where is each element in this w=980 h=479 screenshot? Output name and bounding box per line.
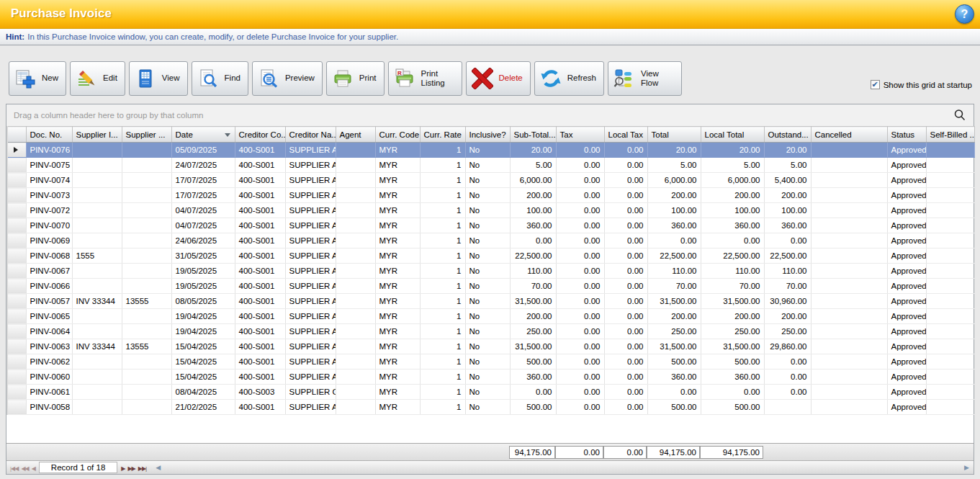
- grid-cell-local-tax[interactable]: 0.00: [604, 188, 647, 203]
- row-selector-header[interactable]: [7, 127, 26, 143]
- grid-cell-sub-total[interactable]: 70.00: [510, 279, 556, 294]
- grid-cell-agent[interactable]: [336, 188, 375, 203]
- grid-cell-tax[interactable]: 0.00: [556, 279, 604, 294]
- toolbar-button-new[interactable]: New: [9, 61, 66, 96]
- grid-cell-supplier[interactable]: [122, 158, 171, 173]
- grid-cell-creditor-name[interactable]: SUPPLIER C: [285, 385, 336, 400]
- grid-cell-status[interactable]: Approved: [887, 249, 926, 264]
- grid-cell-total[interactable]: 31,500.00: [647, 294, 701, 309]
- grid-cell-sub-total[interactable]: 20.00: [510, 143, 556, 158]
- grid-cell-self-billed[interactable]: [926, 385, 974, 400]
- grid-cell-self-billed[interactable]: [926, 309, 974, 324]
- grid-cell-outstanding[interactable]: 0.00: [764, 233, 811, 249]
- grid-cell-supplier-inv[interactable]: [72, 279, 122, 294]
- grid-cell-outstanding[interactable]: 360.00: [764, 218, 811, 233]
- grid-cell-doc-no[interactable]: PINV-0073: [26, 188, 72, 203]
- grid-cell-total[interactable]: 200.00: [647, 309, 701, 324]
- grid-cell-local-total[interactable]: 200.00: [701, 309, 764, 324]
- grid-cell-supplier[interactable]: [122, 324, 171, 339]
- row-selector-cell[interactable]: [7, 279, 26, 294]
- grid-cell-date[interactable]: 17/07/2025: [171, 173, 235, 188]
- grid-cell-supplier[interactable]: 13555: [122, 294, 171, 309]
- grid-cell-inclusive[interactable]: No: [465, 173, 510, 188]
- grid-cell-sub-total[interactable]: 200.00: [510, 309, 556, 324]
- grid-cell-doc-no[interactable]: PINV-0070: [26, 218, 72, 233]
- grid-cell-supplier[interactable]: [122, 143, 171, 158]
- grid-cell-supplier[interactable]: [122, 370, 171, 385]
- grid-cell-status[interactable]: Approved: [887, 264, 926, 279]
- grid-cell-local-tax[interactable]: 0.00: [604, 203, 647, 218]
- grid-cell-status[interactable]: Approved: [887, 158, 926, 173]
- grid-cell-curr-code[interactable]: MYR: [375, 158, 420, 173]
- grid-cell-curr-rate[interactable]: 1: [420, 279, 465, 294]
- grid-cell-curr-rate[interactable]: 1: [420, 143, 465, 158]
- grid-cell-date[interactable]: 15/04/2025: [171, 339, 235, 354]
- toolbar-button-view-flow[interactable]: View Flow: [608, 61, 682, 96]
- grid-cell-local-total[interactable]: 20.00: [701, 143, 764, 158]
- grid-cell-date[interactable]: 19/05/2025: [171, 264, 235, 279]
- grid-cell-creditor-code[interactable]: 400-S001: [235, 309, 285, 324]
- nav-first-button[interactable]: |◀◀: [9, 465, 19, 472]
- grid-cell-curr-code[interactable]: MYR: [375, 249, 420, 264]
- grid-cell-creditor-name[interactable]: SUPPLIER A: [285, 400, 336, 415]
- grid-cell-cancelled[interactable]: [811, 279, 887, 294]
- grid-cell-creditor-name[interactable]: SUPPLIER A: [285, 324, 336, 339]
- grid-cell-doc-no[interactable]: PINV-0058: [26, 400, 72, 415]
- column-header-status[interactable]: Status: [887, 127, 926, 143]
- grid-cell-doc-no[interactable]: PINV-0069: [26, 233, 72, 249]
- grid-cell-local-tax[interactable]: 0.00: [604, 279, 647, 294]
- grid-cell-local-total[interactable]: 360.00: [701, 370, 764, 385]
- grid-cell-creditor-code[interactable]: 400-S001: [235, 370, 285, 385]
- grid-cell-sub-total[interactable]: 22,500.00: [510, 249, 556, 264]
- search-icon[interactable]: [953, 109, 966, 122]
- grid-cell-sub-total[interactable]: 6,000.00: [510, 173, 556, 188]
- table-row[interactable]: PINV-006619/05/2025400-S001SUPPLIER AMYR…: [7, 279, 974, 294]
- grid-cell-local-tax[interactable]: 0.00: [604, 143, 647, 158]
- grid-cell-outstanding[interactable]: 100.00: [764, 203, 811, 218]
- grid-cell-agent[interactable]: [336, 354, 375, 370]
- toolbar-button-find[interactable]: Find: [192, 61, 248, 96]
- toolbar-button-refresh[interactable]: Refresh: [534, 61, 604, 96]
- grid-cell-curr-code[interactable]: MYR: [375, 279, 420, 294]
- grid-cell-curr-rate[interactable]: 1: [420, 294, 465, 309]
- grid-cell-local-tax[interactable]: 0.00: [604, 385, 647, 400]
- grid-cell-inclusive[interactable]: No: [465, 400, 510, 415]
- grid-cell-creditor-name[interactable]: SUPPLIER A: [285, 264, 336, 279]
- grid-cell-self-billed[interactable]: [926, 173, 974, 188]
- grid-cell-creditor-name[interactable]: SUPPLIER A: [285, 370, 336, 385]
- grid-cell-creditor-name[interactable]: SUPPLIER A: [285, 158, 336, 173]
- grid-cell-doc-no[interactable]: PINV-0061: [26, 385, 72, 400]
- grid-cell-supplier-inv[interactable]: [72, 324, 122, 339]
- grid-cell-cancelled[interactable]: [811, 233, 887, 249]
- grid-cell-curr-rate[interactable]: 1: [420, 354, 465, 370]
- grid-cell-curr-rate[interactable]: 1: [420, 203, 465, 218]
- grid-cell-self-billed[interactable]: [926, 354, 974, 370]
- grid-cell-supplier[interactable]: [122, 279, 171, 294]
- grid-cell-sub-total[interactable]: 5.00: [510, 158, 556, 173]
- grid-cell-self-billed[interactable]: [926, 400, 974, 415]
- grid-cell-creditor-code[interactable]: 400-S001: [235, 233, 285, 249]
- grid-cell-sub-total[interactable]: 360.00: [510, 218, 556, 233]
- grid-cell-cancelled[interactable]: [811, 385, 887, 400]
- grid-cell-total[interactable]: 100.00: [647, 203, 701, 218]
- grid-cell-curr-rate[interactable]: 1: [420, 218, 465, 233]
- grid-cell-supplier[interactable]: [122, 218, 171, 233]
- table-row[interactable]: PINV-0057INV 333441355508/05/2025400-S00…: [7, 294, 974, 309]
- column-header-doc-no[interactable]: Doc. No.: [26, 127, 72, 143]
- row-selector-cell[interactable]: [7, 309, 26, 324]
- grid-cell-outstanding[interactable]: 30,960.00: [764, 294, 811, 309]
- grid-cell-cancelled[interactable]: [811, 264, 887, 279]
- grid-cell-inclusive[interactable]: No: [465, 294, 510, 309]
- grid-cell-total[interactable]: 0.00: [647, 233, 701, 249]
- table-row[interactable]: PINV-005821/02/2025400-S001SUPPLIER AMYR…: [7, 400, 974, 415]
- grid-cell-outstanding[interactable]: 5,400.00: [764, 173, 811, 188]
- grid-cell-doc-no[interactable]: PINV-0060: [26, 370, 72, 385]
- grid-cell-curr-code[interactable]: MYR: [375, 173, 420, 188]
- grid-cell-local-total[interactable]: 22,500.00: [701, 249, 764, 264]
- table-row[interactable]: PINV-006719/05/2025400-S001SUPPLIER AMYR…: [7, 264, 974, 279]
- grid-cell-agent[interactable]: [336, 294, 375, 309]
- grid-cell-curr-rate[interactable]: 1: [420, 370, 465, 385]
- grid-cell-creditor-name[interactable]: SUPPLIER A: [285, 188, 336, 203]
- grid-cell-doc-no[interactable]: PINV-0068: [26, 249, 72, 264]
- grid-cell-local-total[interactable]: 0.00: [701, 233, 764, 249]
